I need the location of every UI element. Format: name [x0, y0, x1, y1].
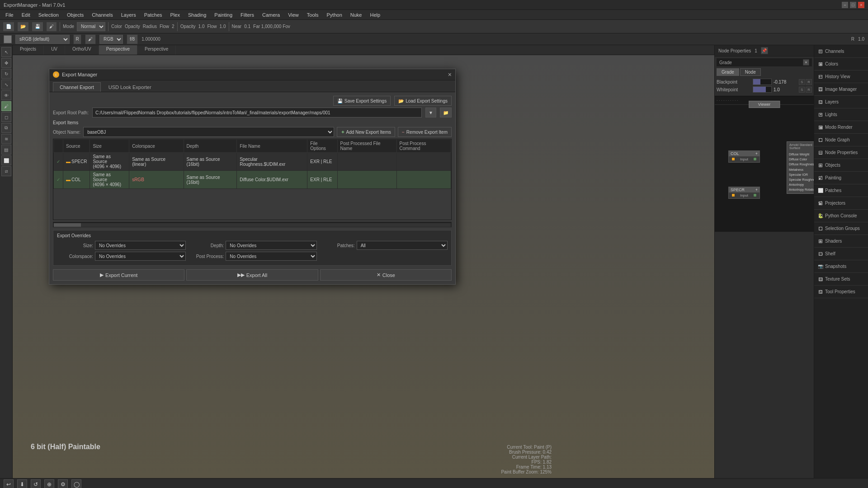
viewer-node[interactable]: Viewer: [749, 101, 780, 108]
r-btn[interactable]: R: [73, 34, 81, 44]
export-root-input[interactable]: [92, 108, 422, 117]
em-close-button[interactable]: ×: [448, 71, 452, 78]
panel-patches[interactable]: ⬜ Patches: [814, 184, 868, 197]
f8-btn[interactable]: f/8: [127, 34, 138, 44]
arnold-node[interactable]: Arnold Standard Surface Diffuse Weight D…: [787, 141, 814, 194]
clone-tool[interactable]: ⧉: [1, 123, 11, 133]
new-btn[interactable]: 📄: [3, 22, 14, 32]
close-btn-em[interactable]: ✕ Close: [320, 269, 452, 281]
panel-layers[interactable]: ⧉ Layers: [814, 96, 868, 108]
path-browse-btn[interactable]: 📁: [440, 108, 452, 117]
h-scrollbar[interactable]: [53, 222, 452, 227]
save-btn[interactable]: 💾: [32, 22, 43, 32]
r-icon[interactable]: R: [806, 79, 812, 85]
panel-image-manager[interactable]: 🖼 Image Manager: [814, 83, 868, 96]
em-tab-usd[interactable]: USD Look Exporter: [102, 82, 158, 92]
rotate-left-btn[interactable]: ↺: [31, 479, 41, 488]
override-colorspace-select[interactable]: No Overrides: [95, 252, 186, 261]
scale-tool[interactable]: ⤡: [1, 80, 11, 89]
specr-node[interactable]: SPECR + Input: [728, 187, 760, 199]
menu-edit[interactable]: Edit: [18, 11, 34, 19]
eraser-tool[interactable]: ◻: [1, 112, 11, 122]
paint-tool-left[interactable]: 🖌: [1, 101, 11, 111]
menu-camera[interactable]: Camera: [259, 11, 283, 19]
blackpoint-slider[interactable]: [753, 79, 772, 85]
override-patches-select[interactable]: All: [357, 241, 448, 250]
open-btn[interactable]: 📂: [17, 22, 29, 32]
panel-colors[interactable]: ◉ Colors: [814, 58, 868, 70]
panel-projectors[interactable]: 📽 Projectors: [814, 197, 868, 210]
export-all-btn[interactable]: ▶▶ Export All: [186, 269, 318, 281]
panel-tool-properties[interactable]: ⚙ Tool Properties: [814, 286, 868, 298]
move-down-btn[interactable]: ⬇: [17, 479, 27, 488]
panel-lights[interactable]: ☀ Lights: [814, 108, 868, 121]
select-tool[interactable]: ↖: [1, 47, 11, 57]
minimize-btn[interactable]: −: [842, 2, 848, 8]
save-settings-btn[interactable]: 💾 Save Export Settings: [333, 96, 391, 106]
tab-perspective2[interactable]: Perspective: [137, 45, 176, 55]
paint-tool-btn[interactable]: 🖌: [85, 34, 96, 44]
menu-patches[interactable]: Patches: [141, 11, 166, 19]
menu-view[interactable]: View: [284, 11, 302, 19]
view-tool[interactable]: 👁: [1, 90, 11, 100]
override-depth-select[interactable]: No Overrides: [226, 241, 316, 250]
fill-tool[interactable]: ▤: [1, 145, 11, 155]
tab-perspective1[interactable]: Perspective: [99, 45, 137, 55]
s-icon[interactable]: S: [799, 79, 805, 85]
menu-selection[interactable]: Selection: [35, 11, 62, 19]
panel-python-console[interactable]: 🐍 Python Console: [814, 210, 868, 222]
menu-python[interactable]: Python: [323, 11, 346, 19]
remove-export-btn[interactable]: − Remove Export Item: [398, 127, 452, 137]
r-icon2[interactable]: R: [806, 87, 812, 93]
stamp-tool[interactable]: ⬜: [1, 155, 11, 165]
close-btn[interactable]: ×: [858, 2, 864, 8]
table-row[interactable]: ✓ ▬SPECR Same as Source(4096 × 4096) Sam…: [54, 153, 451, 171]
grade-tab-node[interactable]: Node: [740, 68, 761, 76]
menu-channels[interactable]: Channels: [88, 11, 116, 19]
menu-shading[interactable]: Shading: [184, 11, 210, 19]
load-settings-btn[interactable]: 📂 Load Export Settings: [394, 96, 452, 106]
paint-btn[interactable]: 🖌: [46, 22, 57, 32]
menu-tools[interactable]: Tools: [303, 11, 322, 19]
menu-painting[interactable]: Painting: [211, 11, 236, 19]
whitepoint-slider[interactable]: [753, 86, 772, 93]
menu-help[interactable]: Help: [366, 11, 384, 19]
tab-uv[interactable]: UV: [44, 45, 65, 55]
undo-btn[interactable]: ↩: [4, 479, 14, 488]
menu-filters[interactable]: Filters: [237, 11, 258, 19]
menu-plex[interactable]: Plex: [167, 11, 184, 19]
panel-painting[interactable]: 🖌 Painting: [814, 172, 868, 184]
maximize-btn[interactable]: □: [850, 2, 856, 8]
grade-close[interactable]: ×: [803, 59, 809, 66]
object-name-select[interactable]: baseOBJ: [83, 127, 334, 137]
channel-select[interactable]: RGB: [99, 35, 123, 44]
smear-tool[interactable]: ≋: [1, 134, 11, 144]
np-pin-btn[interactable]: 📌: [761, 47, 768, 54]
panel-selection-groups[interactable]: ⬡ Selection Groups: [814, 222, 868, 235]
menu-nuke[interactable]: Nuke: [347, 11, 366, 19]
color-swatch[interactable]: [4, 35, 12, 43]
menu-file[interactable]: File: [2, 11, 17, 19]
panel-texture-sets[interactable]: ▤ Texture Sets: [814, 273, 868, 286]
layer-tool[interactable]: ⧄: [1, 166, 11, 176]
color-space-select[interactable]: sRGB (default): [15, 35, 70, 44]
menu-objects[interactable]: Objects: [63, 11, 87, 19]
settings-btn[interactable]: ⚙: [58, 479, 68, 488]
menu-layers[interactable]: Layers: [118, 11, 140, 19]
override-size-select[interactable]: No Overrides: [95, 241, 186, 250]
em-table-scroll[interactable]: Source Size Colorspace Depth File Name F…: [53, 139, 452, 220]
col-node[interactable]: COL + Input: [728, 150, 760, 163]
path-dropdown-btn[interactable]: ▼: [425, 108, 436, 117]
export-current-btn[interactable]: ▶ Export Current: [53, 269, 184, 281]
tab-orthouv[interactable]: Ortho/UV: [65, 45, 99, 55]
scroll-thumb[interactable]: [54, 223, 81, 227]
panel-objects[interactable]: ◈ Objects: [814, 159, 868, 172]
add-new-export-btn[interactable]: ✦ Add New Export Items: [337, 127, 395, 137]
grade-tab-grade[interactable]: Grade: [717, 68, 739, 76]
panel-shelf[interactable]: ▭ Shelf: [814, 248, 868, 260]
move-tool[interactable]: ✥: [1, 58, 11, 68]
panel-shaders[interactable]: ◈ Shaders: [814, 235, 868, 248]
panel-history[interactable]: ↩ History View: [814, 70, 868, 83]
override-postprocess-select[interactable]: No Overrides: [226, 252, 316, 261]
panel-node-properties[interactable]: ☰ Node Properties: [814, 146, 868, 159]
